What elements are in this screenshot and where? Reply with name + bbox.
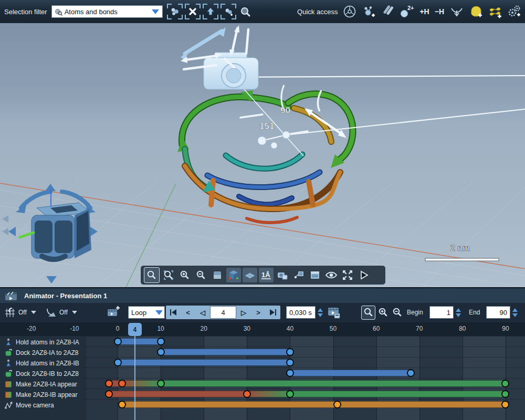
- end-field[interactable]: 90: [486, 306, 510, 319]
- clear-selection-button[interactable]: [185, 4, 201, 19]
- timeline-bar[interactable]: [247, 391, 290, 397]
- visibility-button[interactable]: [324, 268, 339, 282]
- snap-grid-dropdown[interactable]: Off: [4, 306, 36, 319]
- background-panel-button[interactable]: [210, 268, 225, 282]
- label-note-button[interactable]: [291, 268, 306, 282]
- keyframe-handle[interactable]: [407, 369, 415, 377]
- next-keyframe-button[interactable]: >: [251, 306, 266, 319]
- keyframe-handle[interactable]: [243, 390, 251, 398]
- playhead-line[interactable]: [134, 336, 135, 420]
- frame-time-field[interactable]: 0,030 s: [286, 306, 316, 319]
- keyframe-handle[interactable]: [118, 380, 126, 387]
- current-frame-field[interactable]: 4: [210, 306, 236, 319]
- ground-plane-icon: [244, 269, 256, 281]
- add-atoms-button[interactable]: [362, 5, 375, 18]
- info-panel-button[interactable]: [308, 268, 322, 282]
- add-animation-button[interactable]: [107, 306, 120, 319]
- step-forward-button[interactable]: ▷: [236, 306, 251, 319]
- keyframe-handle[interactable]: [286, 369, 294, 377]
- label-note-icon: [293, 270, 304, 280]
- timeline-bar[interactable]: [290, 370, 411, 376]
- timeline-ruler[interactable]: -20-1001020304050607080904: [0, 322, 525, 336]
- track-row-make-2az8-ia-appear[interactable]: Make 2AZ8-IA appear: [0, 379, 84, 390]
- snapshot-button[interactable]: [275, 268, 290, 282]
- select-parent-button[interactable]: [203, 4, 218, 19]
- keyframe-handle[interactable]: [501, 390, 509, 398]
- track-row-hold-atoms-in-2az8-ib[interactable]: Hold atoms in 2AZ8-IB: [0, 358, 84, 369]
- selection-filter-dropdown[interactable]: Atoms and bonds: [51, 5, 163, 18]
- begin-field[interactable]: 1: [429, 306, 454, 319]
- export-movie-button[interactable]: [327, 306, 341, 319]
- keyframe-handle[interactable]: [105, 390, 113, 398]
- animator-title-bar[interactable]: Animator - Presentation 1: [0, 288, 525, 303]
- simulator-settings-button[interactable]: [507, 5, 521, 18]
- track-row-move-camera[interactable]: Move camera: [0, 400, 84, 411]
- ground-plane-button[interactable]: [243, 268, 257, 282]
- timeline-bar[interactable]: [161, 380, 506, 387]
- keyframe-handle[interactable]: [286, 348, 294, 356]
- angstrom-scale-button[interactable]: 1Å: [259, 268, 274, 282]
- keyframe-handle[interactable]: [157, 338, 165, 345]
- keyframe-handle[interactable]: [114, 338, 122, 345]
- track-row-dock-2az8-ib-to-2az8[interactable]: Dock 2AZ8-IB to 2AZ8: [0, 369, 84, 379]
- info-panel-icon: [309, 270, 321, 280]
- select-connected-button[interactable]: [167, 4, 183, 19]
- fullscreen-button[interactable]: [340, 268, 355, 282]
- track-row-hold-atoms-in-2az8-ia[interactable]: Hold atoms in 2AZ8-IA: [0, 337, 84, 348]
- minimize-arrow-button[interactable]: [449, 5, 464, 18]
- keyframe-handle[interactable]: [118, 401, 126, 408]
- add-hydrogens-button[interactable]: +H: [419, 7, 429, 16]
- timeline-bar[interactable]: [118, 338, 161, 345]
- zoom-in-button[interactable]: [177, 268, 192, 282]
- timeline-bar[interactable]: [290, 391, 506, 397]
- keyframe-handle[interactable]: [286, 390, 294, 398]
- frame-time-spinner[interactable]: [318, 308, 323, 317]
- keyframe-handle[interactable]: [157, 380, 165, 387]
- timeline-bar[interactable]: [122, 401, 506, 408]
- track-row-make-2az8-ib-appear[interactable]: Make 2AZ8-IB appear: [0, 390, 84, 400]
- go-to-start-button[interactable]: [166, 306, 181, 319]
- timeline-zoom-in-button[interactable]: [376, 306, 390, 319]
- keyframe-handle[interactable]: [157, 348, 165, 356]
- play-view-button[interactable]: [356, 268, 371, 282]
- timeline-zoom-out-button[interactable]: [391, 306, 404, 319]
- add-shape-button[interactable]: [469, 5, 483, 18]
- keyframe-handle[interactable]: [114, 359, 122, 366]
- go-to-end-button[interactable]: [266, 306, 280, 319]
- grow-selection-button[interactable]: [220, 4, 236, 19]
- magnify-tool-button[interactable]: [144, 267, 160, 283]
- snapshot-icon: [277, 270, 288, 280]
- 3d-viewport[interactable]: 90 151 2 nm 1Å: [0, 23, 525, 287]
- add-surface-button[interactable]: [488, 5, 502, 18]
- timeline-magnify-button[interactable]: [361, 306, 375, 320]
- keyframe-handle[interactable]: [286, 359, 294, 366]
- end-spinner[interactable]: [512, 308, 518, 317]
- search-icon[interactable]: [238, 5, 252, 18]
- magnify-region-button[interactable]: [161, 268, 176, 282]
- previous-keyframe-button[interactable]: <: [181, 306, 195, 319]
- bond-tools-button[interactable]: [381, 5, 394, 18]
- zoom-out-button[interactable]: [194, 268, 208, 282]
- remove-hydrogens-button[interactable]: −H: [435, 7, 444, 16]
- track-row-dock-2az8-ia-to-2az8[interactable]: Dock 2AZ8-IA to 2AZ8: [0, 348, 84, 358]
- ruler-tick-40: 40: [287, 325, 293, 332]
- begin-spinner[interactable]: [456, 308, 461, 317]
- keyframe-handle[interactable]: [501, 380, 509, 387]
- timeline-bar[interactable]: [109, 391, 247, 397]
- navigation-wheel-button[interactable]: [343, 5, 356, 18]
- timeline-bar[interactable]: [161, 349, 290, 355]
- snap-ease-dropdown[interactable]: Off: [45, 306, 77, 319]
- step-back-button[interactable]: ◁: [195, 306, 210, 319]
- loop-mode-dropdown[interactable]: Loop: [128, 306, 165, 319]
- clear-selection-icon: [188, 7, 197, 16]
- keyframe-handle[interactable]: [501, 401, 509, 408]
- playhead-marker[interactable]: 4: [128, 323, 142, 336]
- ruler-tick-50: 50: [330, 325, 337, 332]
- ion-charge-button[interactable]: 2+: [400, 5, 414, 18]
- keyframe-handle[interactable]: [105, 380, 113, 387]
- timeline-bar[interactable]: [122, 380, 161, 387]
- animator-controls: Off Off Loop < ◁ 4 ▷ >: [0, 303, 525, 322]
- orientation-cube-button[interactable]: [226, 268, 241, 282]
- zoom-in-icon: [180, 270, 190, 280]
- timeline-bar[interactable]: [118, 359, 290, 366]
